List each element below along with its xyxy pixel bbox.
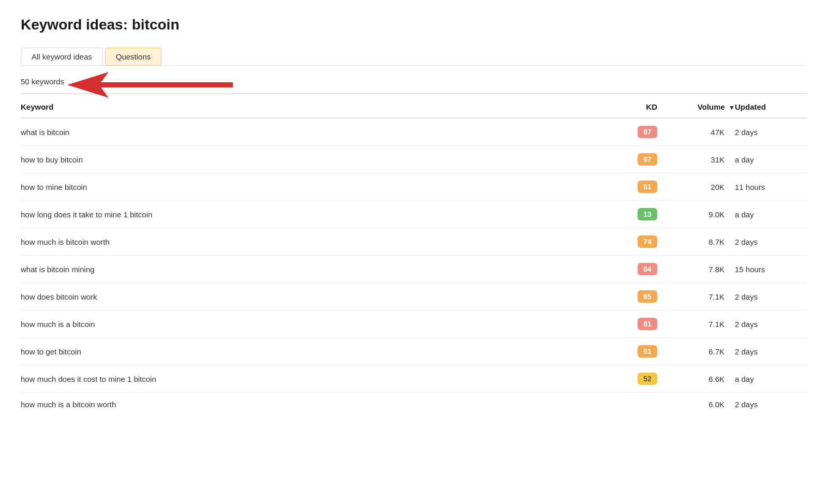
updated-cell: 2 days	[735, 238, 807, 246]
volume-cell: 6.0K	[662, 400, 735, 409]
kd-cell: 74	[600, 235, 662, 248]
keywords-count-row: 50 keywords	[21, 70, 807, 94]
kd-badge: 81	[638, 318, 657, 330]
kd-badge: 52	[638, 373, 657, 385]
updated-cell: a day	[735, 210, 807, 219]
kd-badge: 87	[638, 126, 657, 138]
sort-desc-icon: ▼	[729, 104, 735, 111]
table-row: how much is bitcoin worth748.7K2 days	[21, 228, 807, 256]
tab-questions[interactable]: Questions	[105, 48, 162, 66]
updated-cell: a day	[735, 155, 807, 164]
kd-cell: 65	[600, 290, 662, 303]
kd-badge: 61	[638, 345, 657, 358]
updated-cell: 2 days	[735, 292, 807, 301]
col-header-volume[interactable]: Volume ▼	[662, 102, 735, 111]
page-title: Keyword ideas: bitcoin	[21, 17, 807, 33]
page-container: Keyword ideas: bitcoin All keyword ideas…	[0, 0, 828, 504]
keyword-cell[interactable]: how much is a bitcoin worth	[21, 400, 600, 409]
kd-cell: 81	[600, 318, 662, 330]
table-row: how does bitcoin work657.1K2 days	[21, 283, 807, 310]
kd-badge: 65	[638, 290, 657, 303]
arrow-icon	[67, 71, 233, 99]
keyword-cell[interactable]: what is bitcoin mining	[21, 265, 600, 274]
kd-badge: 61	[638, 181, 657, 193]
table-row: how much does it cost to mine 1 bitcoin5…	[21, 365, 807, 393]
table-row: how to mine bitcoin6120K11 hours	[21, 173, 807, 201]
volume-cell: 7.1K	[662, 320, 735, 329]
keyword-cell[interactable]: how much does it cost to mine 1 bitcoin	[21, 375, 600, 383]
volume-cell: 20K	[662, 183, 735, 191]
updated-cell: 2 days	[735, 347, 807, 356]
col-header-updated: Updated	[735, 102, 807, 111]
tab-all-keywords[interactable]: All keyword ideas	[21, 48, 103, 66]
keyword-cell[interactable]: what is bitcoin	[21, 128, 600, 137]
kd-cell: 87	[600, 126, 662, 138]
kd-badge: 84	[638, 263, 657, 275]
volume-cell: 47K	[662, 128, 735, 137]
volume-cell: 6.6K	[662, 375, 735, 383]
kd-cell: 61	[600, 181, 662, 193]
updated-cell: 2 days	[735, 400, 807, 409]
table-body: what is bitcoin8747K2 dayshow to buy bit…	[21, 118, 807, 416]
kd-cell: 67	[600, 153, 662, 166]
keyword-cell[interactable]: how much is a bitcoin	[21, 320, 600, 329]
keyword-cell[interactable]: how long does it take to mine 1 bitcoin	[21, 210, 600, 219]
updated-cell: a day	[735, 375, 807, 383]
table-row: how to buy bitcoin6731Ka day	[21, 146, 807, 173]
updated-cell: 11 hours	[735, 183, 807, 191]
volume-cell: 7.1K	[662, 292, 735, 301]
volume-cell: 7.8K	[662, 265, 735, 274]
svg-marker-0	[67, 72, 233, 98]
keyword-cell[interactable]: how to get bitcoin	[21, 347, 600, 356]
kd-cell: 52	[600, 373, 662, 385]
kd-cell: 84	[600, 263, 662, 275]
keyword-cell[interactable]: how much is bitcoin worth	[21, 238, 600, 246]
table-row: how much is a bitcoin817.1K2 days	[21, 310, 807, 338]
col-header-keyword: Keyword	[21, 102, 600, 111]
kd-badge: 13	[638, 208, 657, 220]
kd-badge: 67	[638, 153, 657, 166]
tabs-bar: All keyword ideas Questions	[21, 48, 807, 66]
kd-cell: 13	[600, 208, 662, 220]
table-row: what is bitcoin mining847.8K15 hours	[21, 256, 807, 283]
volume-cell: 31K	[662, 155, 735, 164]
volume-cell: 9.0K	[662, 210, 735, 219]
table-row: what is bitcoin8747K2 days	[21, 118, 807, 146]
volume-cell: 6.7K	[662, 347, 735, 356]
table-row: how to get bitcoin616.7K2 days	[21, 338, 807, 365]
updated-cell: 2 days	[735, 320, 807, 329]
volume-cell: 8.7K	[662, 238, 735, 246]
arrow-container	[67, 71, 233, 101]
updated-cell: 15 hours	[735, 265, 807, 274]
kd-cell: 61	[600, 345, 662, 358]
table-row: how much is a bitcoin worth6.0K2 days	[21, 393, 807, 416]
keyword-cell[interactable]: how to buy bitcoin	[21, 155, 600, 164]
keywords-count: 50 keywords	[21, 77, 64, 86]
kd-badge: 74	[638, 235, 657, 248]
updated-cell: 2 days	[735, 128, 807, 137]
col-header-kd: KD	[600, 102, 662, 111]
keyword-cell[interactable]: how to mine bitcoin	[21, 183, 600, 191]
table-row: how long does it take to mine 1 bitcoin1…	[21, 201, 807, 228]
keyword-cell[interactable]: how does bitcoin work	[21, 292, 600, 301]
